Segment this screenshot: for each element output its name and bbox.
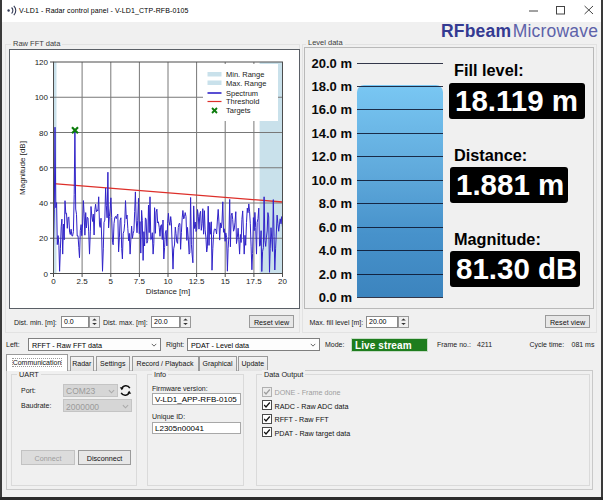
svg-text:Magnitude [dB]: Magnitude [dB] xyxy=(18,141,27,195)
svg-text:7.5: 7.5 xyxy=(134,277,146,286)
svg-text:Distance [m]: Distance [m] xyxy=(146,287,190,296)
svg-text:15: 15 xyxy=(221,277,230,286)
svg-text:0: 0 xyxy=(44,270,49,279)
svg-text:12.5: 12.5 xyxy=(189,277,205,286)
svg-text:10: 10 xyxy=(164,277,173,286)
svg-text:100: 100 xyxy=(35,93,49,102)
svg-text:Targets: Targets xyxy=(226,106,251,115)
svg-text:0: 0 xyxy=(51,277,56,286)
svg-text:5: 5 xyxy=(109,277,114,286)
svg-text:Threshold: Threshold xyxy=(226,97,259,106)
svg-text:60: 60 xyxy=(39,164,48,173)
svg-text:20: 20 xyxy=(39,234,48,243)
svg-text:80: 80 xyxy=(39,129,48,138)
svg-text:40: 40 xyxy=(39,199,48,208)
svg-text:17.5: 17.5 xyxy=(246,277,262,286)
svg-text:Max. Range: Max. Range xyxy=(226,79,266,88)
svg-text:120: 120 xyxy=(35,58,49,67)
svg-text:2.5: 2.5 xyxy=(77,277,89,286)
svg-text:20: 20 xyxy=(278,277,287,286)
